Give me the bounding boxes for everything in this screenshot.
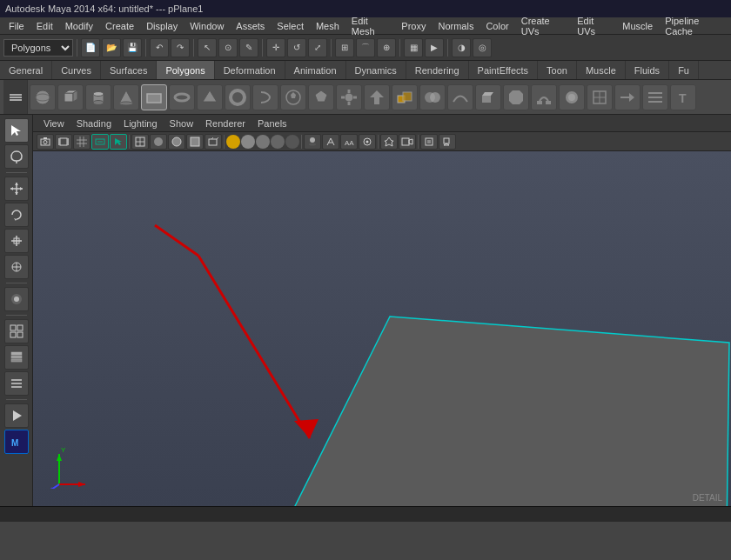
render-region-btn[interactable]: ▦: [404, 38, 423, 57]
shelf-torus-icon[interactable]: [169, 84, 195, 110]
tab-fluids[interactable]: Fluids: [626, 61, 669, 79]
scale-btn[interactable]: ⤢: [308, 38, 327, 57]
vp-light-btn[interactable]: [226, 135, 240, 149]
layer-btn[interactable]: [4, 345, 29, 370]
shelf-plane-icon[interactable]: [141, 84, 167, 110]
shelf-cone-icon[interactable]: [113, 84, 139, 110]
shelf-combined-icon[interactable]: [392, 84, 418, 110]
lasso-btn[interactable]: ⊙: [218, 38, 238, 57]
menu-modify[interactable]: Modify: [60, 19, 98, 33]
grid-view-btn[interactable]: [4, 319, 29, 343]
vp-quality2-btn[interactable]: [285, 135, 299, 149]
menu-file[interactable]: File: [3, 19, 30, 33]
shelf-cylinder-icon[interactable]: [85, 84, 111, 110]
menu-proxy[interactable]: Proxy: [396, 19, 431, 33]
shelf-arrow-3d-icon[interactable]: [364, 84, 390, 110]
soft-select-btn[interactable]: [4, 287, 29, 311]
shelf-t-icon[interactable]: T: [670, 84, 696, 110]
vp-isolate-btn[interactable]: [420, 134, 438, 150]
maya-logo-btn[interactable]: M: [4, 430, 29, 454]
redo-btn[interactable]: ↷: [171, 38, 190, 57]
shelf-uv-icon[interactable]: [587, 84, 613, 110]
shelf-curve-tool-icon[interactable]: [447, 84, 473, 110]
tab-dynamics[interactable]: Dynamics: [346, 61, 406, 79]
menu-edit[interactable]: Edit: [31, 19, 58, 33]
vp-select-mode-btn[interactable]: [110, 134, 127, 150]
rotate-btn-left[interactable]: [4, 203, 29, 227]
vp-menu-renderer[interactable]: Renderer: [200, 117, 251, 130]
tab-painteffects[interactable]: PaintEffects: [469, 61, 539, 79]
vp-directional-btn[interactable]: [256, 135, 270, 149]
shelf-pipe-icon[interactable]: [225, 84, 251, 110]
vp-fx-btn[interactable]: [322, 134, 339, 150]
vp-smooth-shade-btn[interactable]: [150, 134, 167, 150]
tab-curves[interactable]: Curves: [52, 61, 101, 79]
vp-wireframe-btn[interactable]: [131, 134, 149, 150]
vp-menu-shading[interactable]: Shading: [71, 117, 117, 130]
tab-toon[interactable]: Toon: [538, 61, 577, 79]
vp-bookmark-btn[interactable]: [439, 134, 456, 150]
shelf-more-icon[interactable]: [642, 84, 668, 110]
vp-cam-pos-btn[interactable]: [399, 134, 416, 150]
shelf-arrow-direction-icon[interactable]: [614, 84, 640, 110]
lasso-select-btn[interactable]: [4, 144, 29, 169]
tab-muscle[interactable]: Muscle: [577, 61, 626, 79]
paint-btn[interactable]: ✎: [239, 38, 258, 57]
new-scene-btn[interactable]: 📄: [81, 38, 100, 57]
menu-normals[interactable]: Normals: [433, 19, 479, 33]
vp-menu-show[interactable]: Show: [164, 117, 199, 130]
menu-mesh[interactable]: Mesh: [311, 19, 345, 33]
tab-animation[interactable]: Animation: [285, 61, 346, 79]
menu-edit-uvs[interactable]: Edit UVs: [572, 14, 615, 38]
vp-shade-wire-btn[interactable]: [168, 134, 185, 150]
menu-muscle[interactable]: Muscle: [617, 19, 658, 33]
menu-create-uvs[interactable]: Create UVs: [516, 14, 571, 38]
undo-btn[interactable]: ↶: [150, 38, 169, 57]
mode-select[interactable]: Polygons Modeling Rigging Animation FX R…: [3, 39, 73, 57]
scale-btn-left[interactable]: [4, 229, 29, 253]
shelf-bridge-icon[interactable]: [531, 84, 557, 110]
vp-quality1-btn[interactable]: [271, 135, 285, 149]
menu-create[interactable]: Create: [100, 19, 139, 33]
vp-camera-btn[interactable]: [37, 134, 54, 150]
shelf-platonic-icon[interactable]: [308, 84, 334, 110]
shelf-cube-icon[interactable]: [57, 84, 84, 110]
save-scene-btn[interactable]: 💾: [123, 38, 142, 57]
vp-ambient-btn[interactable]: [241, 135, 255, 149]
select-btn[interactable]: ↖: [198, 38, 217, 57]
shelf-gear-icon[interactable]: [336, 84, 362, 110]
tab-rendering[interactable]: Rendering: [406, 61, 469, 79]
shelf-soccer-icon[interactable]: [280, 84, 306, 110]
display-layers-btn[interactable]: [4, 371, 29, 396]
menu-pipeline-cache[interactable]: Pipeline Cache: [660, 14, 728, 38]
menu-edit-mesh[interactable]: Edit Mesh: [346, 14, 395, 38]
viewport-canvas[interactable]: Y X Z DETAIL: [33, 151, 731, 506]
shelf-helix-icon[interactable]: [252, 84, 278, 110]
vp-wireframe-all-btn[interactable]: [205, 134, 222, 150]
menu-select[interactable]: Select: [272, 19, 309, 33]
shelf-extrude-icon[interactable]: [475, 84, 501, 110]
menu-window[interactable]: Window: [184, 19, 229, 33]
open-scene-btn[interactable]: 📂: [102, 38, 121, 57]
vp-aa-btn[interactable]: AA: [340, 134, 358, 150]
vp-hud-btn[interactable]: [91, 134, 109, 150]
tab-surfaces[interactable]: Surfaces: [101, 61, 157, 79]
move-btn[interactable]: ✛: [266, 38, 285, 57]
menu-color[interactable]: Color: [480, 19, 513, 33]
rotate-btn[interactable]: ↺: [287, 38, 306, 57]
snap-curve-btn[interactable]: ⌒: [356, 38, 375, 57]
vp-hdr-btn[interactable]: [380, 134, 398, 150]
move-btn-left[interactable]: [4, 177, 29, 201]
shelf-prism-icon[interactable]: [197, 84, 223, 110]
vp-filmgate-btn[interactable]: [55, 134, 72, 150]
vp-menu-lighting[interactable]: Lighting: [118, 117, 163, 130]
show-silhouette-btn[interactable]: ◑: [452, 38, 471, 57]
render-btn-left[interactable]: [4, 403, 29, 428]
vp-dof-btn[interactable]: [359, 134, 376, 150]
arrow-select-btn[interactable]: [4, 118, 29, 143]
tab-deformation[interactable]: Deformation: [215, 61, 285, 79]
menu-assets[interactable]: Assets: [231, 19, 270, 33]
vp-menu-panels[interactable]: Panels: [252, 117, 292, 130]
vp-shadow-btn[interactable]: [304, 134, 321, 150]
ipr-render-btn[interactable]: ▶: [425, 38, 444, 57]
